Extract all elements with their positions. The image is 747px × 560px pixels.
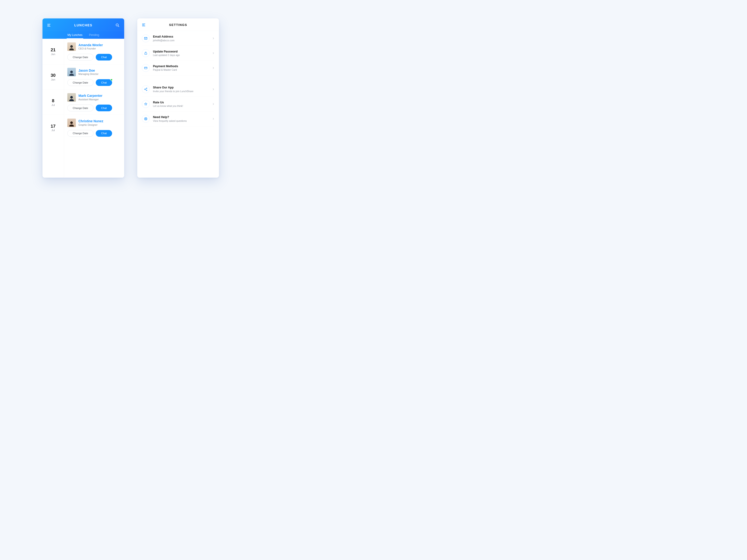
change-date-button[interactable]: Change Date bbox=[67, 54, 93, 61]
settings-item-share[interactable]: Share Our App Invite your friends to joi… bbox=[142, 82, 214, 97]
date-day: 17 bbox=[51, 124, 56, 129]
avatar bbox=[67, 93, 76, 102]
date-day: 8 bbox=[52, 98, 54, 103]
settings-item-password[interactable]: Update Password Last updated 2 days ago bbox=[142, 46, 214, 60]
page-title: SETTINGS bbox=[142, 23, 214, 27]
settings-item-title: Email Address bbox=[153, 35, 209, 38]
date-month: Jul bbox=[51, 129, 55, 132]
date-day: 30 bbox=[51, 73, 56, 78]
date-column: 30 Jun bbox=[43, 64, 64, 89]
mail-icon bbox=[142, 34, 150, 43]
svg-line-20 bbox=[146, 118, 147, 118]
change-date-button[interactable]: Change Date bbox=[67, 130, 93, 137]
person-name: Amanda Weeler bbox=[78, 43, 103, 47]
settings-item-subtitle: Last updated 2 days ago bbox=[153, 54, 209, 57]
change-date-button[interactable]: Change Date bbox=[67, 105, 93, 111]
date-column: 21 Jun bbox=[43, 39, 64, 64]
svg-line-16 bbox=[145, 89, 146, 90]
search-icon[interactable] bbox=[115, 23, 120, 27]
lunch-item: 17 Jul Christine Nunez Graphic Designer bbox=[43, 115, 124, 140]
tabs: My Lunches Pending bbox=[43, 31, 124, 39]
settings-item-title: Rate Us bbox=[153, 101, 209, 104]
svg-rect-10 bbox=[145, 67, 147, 69]
avatar bbox=[67, 43, 76, 51]
chevron-right-icon bbox=[212, 88, 214, 90]
chevron-right-icon bbox=[212, 118, 214, 120]
date-month: Jun bbox=[51, 53, 55, 56]
settings-item-subtitle: Invite your friends to join LunchShare bbox=[153, 90, 209, 92]
chat-label: Chat bbox=[101, 106, 107, 109]
settings-item-help[interactable]: Need Help? View frequetly asked question… bbox=[142, 111, 214, 126]
chevron-right-icon bbox=[212, 37, 214, 39]
lunch-item: 30 Jun Jason Doe Managing Director bbox=[43, 64, 124, 89]
date-month: Jun bbox=[51, 78, 55, 81]
card-icon bbox=[142, 64, 150, 72]
person-name: Mark Carpenter bbox=[78, 94, 102, 98]
chat-label: Chat bbox=[101, 56, 107, 59]
settings-item-subtitle: Let us know what you think! bbox=[153, 105, 209, 108]
svg-line-19 bbox=[145, 118, 146, 118]
tab-my-lunches[interactable]: My Lunches bbox=[68, 33, 82, 39]
person-role: Assistant Manager bbox=[78, 98, 102, 101]
settings-item-email[interactable]: Email Address johnlht@abcco.com bbox=[142, 31, 214, 46]
person-role: CEO & Founder bbox=[78, 47, 103, 50]
settings-item-title: Payment Methods bbox=[153, 64, 209, 68]
chat-button[interactable]: Chat bbox=[96, 79, 112, 86]
chat-button[interactable]: Chat bbox=[96, 130, 112, 137]
svg-rect-9 bbox=[145, 53, 147, 54]
lunches-header: LUNCHES My Lunches Pending bbox=[43, 19, 124, 39]
settings-header: SETTINGS bbox=[137, 19, 219, 31]
settings-item-title: Need Help? bbox=[153, 115, 209, 119]
settings-item-payment[interactable]: Payment Methods Paypal & Master Card bbox=[142, 61, 214, 75]
svg-line-15 bbox=[145, 88, 146, 89]
svg-line-22 bbox=[146, 119, 147, 120]
lock-icon bbox=[142, 49, 150, 57]
date-column: 8 Jul bbox=[43, 89, 64, 115]
person-role: Graphic Designer bbox=[78, 124, 103, 126]
chat-button[interactable]: Chat bbox=[96, 105, 112, 111]
share-icon bbox=[142, 85, 150, 93]
lunch-item: 21 Jun Amanda Weeler CEO & Founder bbox=[43, 39, 124, 64]
help-icon bbox=[142, 115, 150, 123]
page-title: LUNCHES bbox=[74, 23, 92, 27]
notification-dot-icon bbox=[110, 79, 112, 81]
settings-item-subtitle: Paypal & Master Card bbox=[153, 69, 209, 72]
settings-item-rate[interactable]: Rate Us Let us know what you think! bbox=[142, 97, 214, 111]
settings-item-title: Share Our App bbox=[153, 86, 209, 89]
svg-point-18 bbox=[145, 118, 146, 119]
avatar bbox=[67, 118, 76, 127]
person-name: Jason Doe bbox=[78, 69, 99, 72]
menu-icon[interactable] bbox=[142, 23, 146, 27]
chat-label: Chat bbox=[101, 81, 107, 84]
settings-group-account: Email Address johnlht@abcco.com Update P… bbox=[142, 31, 214, 75]
lunch-item: 8 Jul Mark Carpenter Assistant Manager bbox=[43, 89, 124, 115]
settings-item-subtitle: johnlht@abcco.com bbox=[153, 39, 209, 42]
date-day: 21 bbox=[51, 47, 56, 52]
settings-item-subtitle: View frequetly asked questions bbox=[153, 119, 209, 122]
lunches-screen: LUNCHES My Lunches Pending 21 Jun bbox=[43, 19, 124, 178]
settings-item-title: Update Password bbox=[153, 50, 209, 53]
avatar bbox=[67, 68, 76, 76]
chat-label: Chat bbox=[101, 132, 107, 135]
settings-list: Email Address johnlht@abcco.com Update P… bbox=[137, 31, 219, 133]
person-role: Managing Director bbox=[78, 73, 99, 76]
date-column: 17 Jul bbox=[43, 115, 64, 140]
star-icon bbox=[142, 100, 150, 108]
chevron-right-icon bbox=[212, 103, 214, 105]
svg-line-21 bbox=[145, 119, 146, 120]
svg-line-4 bbox=[118, 26, 119, 27]
date-month: Jul bbox=[51, 103, 55, 106]
chat-button[interactable]: Chat bbox=[96, 54, 112, 61]
chevron-right-icon bbox=[212, 52, 214, 54]
lunch-list: 21 Jun Amanda Weeler CEO & Founder bbox=[43, 39, 124, 178]
change-date-button[interactable]: Change Date bbox=[67, 79, 93, 86]
menu-icon[interactable] bbox=[47, 23, 51, 27]
settings-screen: SETTINGS Email Address johnlht@abcco.com… bbox=[137, 19, 219, 178]
settings-group-about: Share Our App Invite your friends to joi… bbox=[142, 82, 214, 126]
person-name: Christine Nunez bbox=[78, 119, 103, 123]
chevron-right-icon bbox=[212, 67, 214, 69]
tab-pending[interactable]: Pending bbox=[89, 33, 99, 39]
